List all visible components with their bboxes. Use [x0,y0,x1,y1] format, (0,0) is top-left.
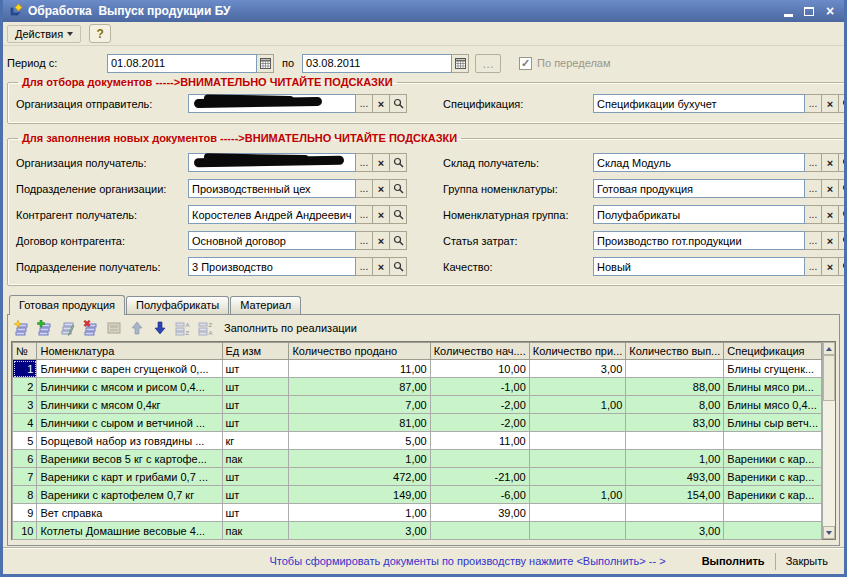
cell-pri[interactable] [529,414,626,432]
cell-name[interactable]: Борщевой набор из говядины ... [37,432,222,450]
cell-spec[interactable]: Блины сгущенк... [724,360,822,378]
lookup-button[interactable]: ... [805,153,822,172]
cell-pri[interactable] [529,450,626,468]
left-field-input-3[interactable] [188,231,356,250]
right-field-input-2[interactable] [593,205,805,224]
calendar-to-button[interactable] [452,54,469,73]
cell-nach[interactable]: -2,00 [430,396,529,414]
left-field-input-2[interactable] [188,205,356,224]
period-from-input[interactable] [107,54,257,73]
cell-num[interactable]: 1 [13,360,37,378]
cell-spec[interactable] [724,522,822,540]
calendar-from-button[interactable] [257,54,274,73]
move-down-icon[interactable] [151,319,169,337]
scrollbar-thumb[interactable] [823,355,835,401]
cell-unit[interactable]: шт [222,360,289,378]
lookup-button[interactable]: ... [805,257,822,276]
cell-sold[interactable]: 149,00 [289,486,430,504]
cell-unit[interactable]: шт [222,504,289,522]
lookup-button[interactable]: ... [805,205,822,224]
cell-nach[interactable] [430,450,529,468]
cell-name[interactable]: Вареники с карт и грибами 0,7 ... [37,468,222,486]
lookup-button[interactable]: ... [805,179,822,198]
cell-vyp[interactable]: 3,00 [626,522,724,540]
cell-sold[interactable]: 11,00 [289,360,430,378]
cell-unit[interactable]: шт [222,378,289,396]
clear-button[interactable]: × [373,231,390,250]
clear-button[interactable]: × [373,205,390,224]
clear-button[interactable]: × [822,231,839,250]
cell-unit[interactable]: кг [222,432,289,450]
magnifier-button[interactable] [839,231,847,250]
magnifier-button[interactable] [390,179,407,198]
tab-polufabrikaty[interactable]: Полуфабрикаты [126,296,229,314]
cell-vyp[interactable]: 88,00 [626,378,724,396]
cell-vyp[interactable]: 493,00 [626,468,724,486]
cell-nach[interactable]: 10,00 [430,360,529,378]
clear-button[interactable]: × [822,205,839,224]
cell-sold[interactable]: 472,00 [289,468,430,486]
cell-nach[interactable]: 39,00 [430,504,529,522]
cell-unit[interactable]: шт [222,414,289,432]
tab-material[interactable]: Материал [230,296,301,314]
clear-button[interactable]: × [373,257,390,276]
clear-button[interactable]: × [373,94,390,113]
tab-gotovaya-produkciya[interactable]: Готовая продукция [9,295,125,315]
execute-button[interactable]: Выполнить [692,555,775,567]
clear-button[interactable]: × [822,94,839,113]
cell-spec[interactable]: Блины мясо 0,4... [724,396,822,414]
period-more-button[interactable]: ... [475,54,501,73]
cell-pri[interactable]: 3,00 [529,360,626,378]
cell-num[interactable]: 9 [13,504,37,522]
magnifier-button[interactable] [839,94,847,113]
cell-nach[interactable] [430,522,529,540]
vertical-scrollbar[interactable] [822,342,835,539]
cell-sold[interactable]: 1,00 [289,504,430,522]
spec-input[interactable] [593,94,805,113]
lookup-button[interactable]: ... [356,153,373,172]
magnifier-button[interactable] [839,153,847,172]
cell-name[interactable]: Вареники с картофелем 0,7 кг [37,486,222,504]
cell-sold[interactable]: 5,00 [289,432,430,450]
cell-sold[interactable]: 1,00 [289,450,430,468]
left-field-input-4[interactable] [188,257,356,276]
lookup-button[interactable]: ... [805,231,822,250]
sort-asc-icon[interactable]: AZ [174,319,192,337]
move-up-icon[interactable] [128,319,146,337]
cell-sold[interactable]: 87,00 [289,378,430,396]
cell-name[interactable]: Вареники весов 5 кг с картофе... [37,450,222,468]
cell-pri[interactable] [529,504,626,522]
cell-vyp[interactable] [626,432,724,450]
cell-sold[interactable]: 7,00 [289,396,430,414]
cell-sold[interactable]: 81,00 [289,414,430,432]
cell-vyp[interactable]: 8,00 [626,396,724,414]
add-row-icon[interactable] [13,319,31,337]
period-to-input[interactable] [302,54,452,73]
cell-spec[interactable]: Блины сыр ветч... [724,414,822,432]
add-copy-row-icon[interactable] [36,319,54,337]
cell-unit[interactable]: шт [222,468,289,486]
cell-num[interactable]: 7 [13,468,37,486]
sort-desc-icon[interactable]: ZA [197,319,215,337]
lookup-button[interactable]: ... [356,179,373,198]
cell-unit[interactable]: пак [222,522,289,540]
right-field-input-0[interactable] [593,153,805,172]
fill-by-sales-button[interactable]: Заполнить по реализации [224,322,357,334]
lookup-button[interactable]: ... [356,205,373,224]
actions-menu-button[interactable]: Действия [7,25,81,43]
magnifier-button[interactable] [839,257,847,276]
clear-button[interactable]: × [822,153,839,172]
cell-name[interactable]: Вет справка [37,504,222,522]
cell-name[interactable]: Блинчики с варен сгущенкой 0,... [37,360,222,378]
minimize-button[interactable] [779,3,797,19]
cell-nach[interactable]: -1,00 [430,378,529,396]
right-field-input-3[interactable] [593,231,805,250]
magnifier-button[interactable] [839,179,847,198]
cell-pri[interactable]: 1,00 [529,396,626,414]
cell-vyp[interactable]: 83,00 [626,414,724,432]
cell-vyp[interactable]: 154,00 [626,486,724,504]
close-form-button[interactable]: Закрыть [776,555,838,567]
scroll-up-button[interactable] [823,342,835,355]
cell-pri[interactable] [529,378,626,396]
cell-num[interactable]: 3 [13,396,37,414]
